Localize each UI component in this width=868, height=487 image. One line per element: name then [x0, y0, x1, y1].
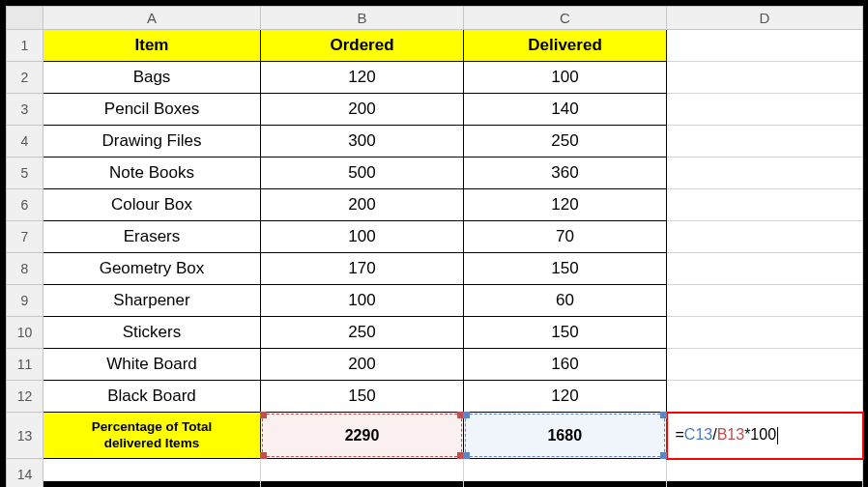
cell-d1[interactable] — [667, 30, 863, 62]
formula-tail: *100 — [744, 426, 776, 443]
cell-item[interactable]: Erasers — [43, 221, 261, 253]
row-header[interactable]: 10 — [7, 317, 43, 349]
formula-ref-b13: B13 — [717, 426, 744, 443]
cell-item[interactable]: Black Board — [43, 381, 261, 413]
table-row: 3Pencil Boxes200140 — [7, 94, 863, 126]
cell-item[interactable]: White Board — [43, 349, 261, 381]
range-handle-icon — [260, 412, 267, 418]
cell-ordered[interactable]: 150 — [261, 381, 464, 413]
cell-delivered[interactable]: 60 — [464, 285, 667, 317]
table-row: 11White Board200160 — [7, 349, 863, 381]
cell-ordered[interactable]: 250 — [261, 317, 464, 349]
table-row: 9Sharpener10060 — [7, 285, 863, 317]
range-handle-icon — [463, 412, 470, 418]
row-header[interactable]: 12 — [7, 381, 43, 413]
header-delivered[interactable]: Delivered — [464, 30, 667, 62]
cell-delivered[interactable]: 70 — [464, 221, 667, 253]
cell-item[interactable]: Note Books — [43, 158, 261, 189]
sum-delivered[interactable]: 1680 — [464, 413, 667, 459]
cell-item[interactable]: Pencil Boxes — [43, 94, 261, 126]
cell-delivered[interactable]: 160 — [464, 349, 667, 381]
cell-delivered[interactable]: 100 — [464, 62, 667, 94]
text-cursor-icon — [777, 427, 778, 444]
header-row: 1 Item Ordered Delivered — [7, 30, 863, 62]
sum-ordered[interactable]: 2290 — [261, 413, 464, 459]
empty-row: 14 — [7, 459, 863, 488]
row-header[interactable]: 5 — [7, 158, 43, 189]
header-ordered[interactable]: Ordered — [261, 30, 464, 62]
col-header-c[interactable]: C — [464, 7, 667, 30]
formula-ref-c13: C13 — [684, 426, 712, 443]
footer-label-line1: Percentage of Total — [92, 419, 212, 434]
cell-delivered[interactable]: 150 — [464, 317, 667, 349]
row-header[interactable]: 13 — [7, 413, 43, 459]
row-header[interactable]: 8 — [7, 253, 43, 285]
cell-empty[interactable] — [667, 189, 863, 221]
cell-empty[interactable] — [667, 126, 863, 158]
cell-empty[interactable] — [667, 285, 863, 317]
row-header[interactable]: 14 — [7, 459, 43, 488]
cell-ordered[interactable]: 200 — [261, 94, 464, 126]
cell-delivered[interactable]: 360 — [464, 158, 667, 189]
cell-delivered[interactable]: 250 — [464, 126, 667, 158]
row-header[interactable]: 7 — [7, 221, 43, 253]
row-header[interactable]: 1 — [7, 30, 43, 62]
cell-ordered[interactable]: 120 — [261, 62, 464, 94]
row-header[interactable]: 9 — [7, 285, 43, 317]
row-header[interactable]: 6 — [7, 189, 43, 221]
cell-empty[interactable] — [667, 94, 863, 126]
table-row: 2Bags120100 — [7, 62, 863, 94]
cell-delivered[interactable]: 120 — [464, 381, 667, 413]
cell-empty[interactable] — [667, 158, 863, 189]
cell-empty[interactable] — [667, 381, 863, 413]
cell-item[interactable]: Drawing Files — [43, 126, 261, 158]
cell-ordered[interactable]: 200 — [261, 349, 464, 381]
table-row: 7Erasers10070 — [7, 221, 863, 253]
header-item[interactable]: Item — [43, 30, 261, 62]
formula-input-cell[interactable]: =C13/B13*100 — [667, 413, 863, 459]
cell-item[interactable]: Geometry Box — [43, 253, 261, 285]
cell-empty[interactable] — [667, 62, 863, 94]
select-all-corner[interactable] — [7, 7, 43, 30]
cell-empty[interactable] — [667, 317, 863, 349]
table-row: 6Colour Box200120 — [7, 189, 863, 221]
table-row: 12Black Board150120 — [7, 381, 863, 413]
cell-ordered[interactable]: 100 — [261, 221, 464, 253]
cell-item[interactable]: Colour Box — [43, 189, 261, 221]
footer-label-line2: delivered Items — [104, 436, 199, 450]
range-handle-icon — [660, 412, 667, 418]
col-header-a[interactable]: A — [43, 7, 261, 30]
table-row: 5Note Books500360 — [7, 158, 863, 189]
spreadsheet[interactable]: A B C D 1 Item Ordered Delivered 2Bags12… — [6, 6, 862, 481]
cell-empty[interactable] — [667, 459, 863, 488]
row-header[interactable]: 2 — [7, 62, 43, 94]
cell-item[interactable]: Bags — [43, 62, 261, 94]
cell-item[interactable]: Stickers — [43, 317, 261, 349]
cell-ordered[interactable]: 170 — [261, 253, 464, 285]
cell-empty[interactable] — [667, 349, 863, 381]
cell-ordered[interactable]: 100 — [261, 285, 464, 317]
cell-ordered[interactable]: 200 — [261, 189, 464, 221]
footer-label[interactable]: Percentage of Total delivered Items — [43, 413, 261, 459]
cell-item[interactable]: Sharpener — [43, 285, 261, 317]
row-header[interactable]: 3 — [7, 94, 43, 126]
cell-empty[interactable] — [667, 221, 863, 253]
row-header[interactable]: 11 — [7, 349, 43, 381]
col-header-b[interactable]: B — [261, 7, 464, 30]
column-header-row: A B C D — [7, 7, 863, 30]
cell-delivered[interactable]: 140 — [464, 94, 667, 126]
cell-empty[interactable] — [261, 459, 464, 488]
col-header-d[interactable]: D — [667, 7, 863, 30]
cell-empty[interactable] — [667, 253, 863, 285]
cell-ordered[interactable]: 500 — [261, 158, 464, 189]
row-header[interactable]: 4 — [7, 126, 43, 158]
footer-row: 13 Percentage of Total delivered Items 2… — [7, 413, 863, 459]
cell-ordered[interactable]: 300 — [261, 126, 464, 158]
cell-empty[interactable] — [43, 459, 261, 488]
formula-eq: = — [676, 426, 684, 443]
cell-delivered[interactable]: 150 — [464, 253, 667, 285]
grid[interactable]: A B C D 1 Item Ordered Delivered 2Bags12… — [6, 6, 864, 487]
sum-delivered-value: 1680 — [547, 427, 582, 444]
cell-delivered[interactable]: 120 — [464, 189, 667, 221]
cell-empty[interactable] — [464, 459, 667, 488]
